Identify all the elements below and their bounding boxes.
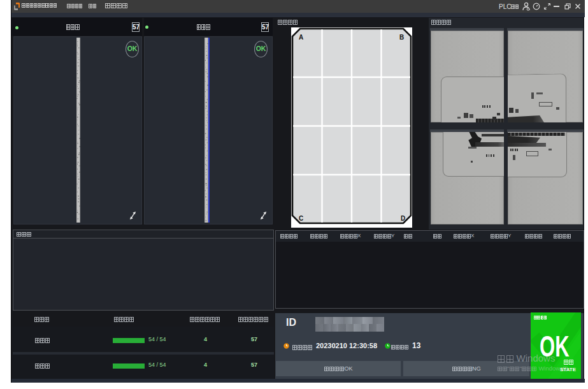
svg-text:D: D [401, 215, 405, 222]
svg-text:B: B [399, 34, 404, 41]
svg-text:C: C [299, 215, 303, 222]
svg-text:A: A [299, 34, 303, 41]
